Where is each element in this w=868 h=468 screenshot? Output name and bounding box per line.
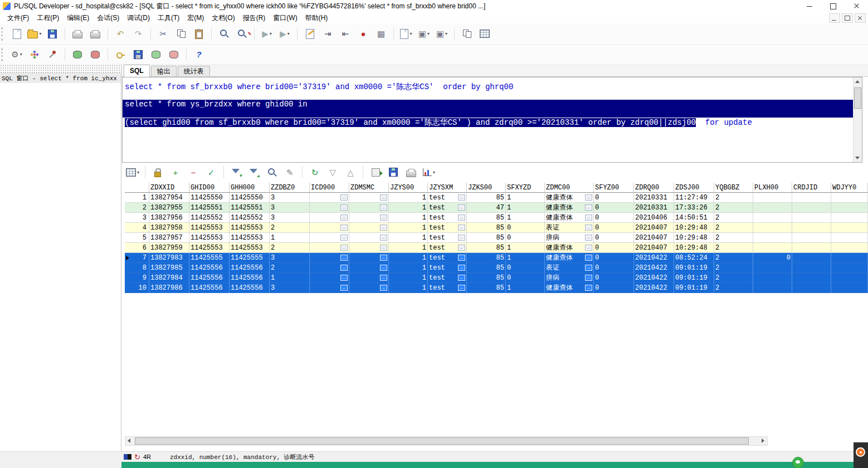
cell-WDJYY0[interactable] xyxy=(831,283,868,293)
memo-ellipsis-button[interactable]: … xyxy=(585,245,592,251)
menu-item-reports[interactable]: 报告(R) xyxy=(239,13,270,23)
row-number-cell[interactable]: 4 xyxy=(125,223,149,233)
cell-ZZDBZ0[interactable]: 3 xyxy=(270,253,310,263)
memo-ellipsis-button[interactable]: … xyxy=(458,194,465,201)
save-results-button[interactable] xyxy=(386,164,401,180)
dropdown-arrow-icon[interactable]: ▾ xyxy=(409,31,412,36)
toolbar-grip-2[interactable] xyxy=(1,48,4,61)
dropdown-arrow-icon[interactable]: ▾ xyxy=(39,31,41,36)
cell-JZYS00[interactable]: 1 xyxy=(389,243,428,253)
cell-JZYSXM[interactable]: test… xyxy=(428,233,467,243)
cell-PLXH00[interactable] xyxy=(753,223,792,233)
dropdown-arrow-icon[interactable]: ▾ xyxy=(270,31,272,36)
column-header-YQBGBZ[interactable]: YQBGBZ xyxy=(714,183,753,193)
cell-ZDXXID[interactable]: 13827959 xyxy=(149,243,189,253)
maximize-button[interactable] xyxy=(821,0,845,12)
cell-ZDMSMC[interactable]: … xyxy=(349,263,389,273)
cell-PLXH00[interactable] xyxy=(753,233,792,243)
sort-filter-asc-button[interactable] xyxy=(228,164,244,180)
cell-WDJYY0[interactable] xyxy=(831,193,868,203)
memo-ellipsis-button[interactable]: … xyxy=(340,214,348,221)
cell-ZDMSMC[interactable]: … xyxy=(349,233,389,243)
cell-YQBGBZ[interactable]: 2 xyxy=(714,203,753,213)
cell-SFXYZD[interactable]: 0 xyxy=(506,273,545,283)
cell-JZKS00[interactable]: 85 xyxy=(467,263,506,273)
memo-ellipsis-button[interactable]: … xyxy=(380,245,387,251)
cell-GHID00[interactable]: 11425553 xyxy=(189,233,230,243)
memo-ellipsis-button[interactable]: … xyxy=(458,214,465,221)
copy-special-button[interactable] xyxy=(459,26,475,42)
tools-menu-button[interactable]: ⚙▾ xyxy=(9,47,25,62)
export-results-button[interactable] xyxy=(368,164,383,180)
cell-WDJYY0[interactable] xyxy=(831,203,868,213)
cell-ZDXXID[interactable]: 13827983 xyxy=(149,253,189,263)
fetch-next-page-button[interactable]: ▽ xyxy=(325,164,340,180)
column-header-ZZDBZ0[interactable]: ZZDBZ0 xyxy=(270,183,310,193)
column-header-ZDXXID[interactable]: ZDXXID xyxy=(149,183,189,193)
cell-CRDJID[interactable] xyxy=(792,223,831,233)
cell-ZDMC00[interactable]: 痹病… xyxy=(545,233,594,243)
execute-button[interactable]: ▶▾ xyxy=(259,26,275,42)
cell-ZDMSMC[interactable]: … xyxy=(349,193,389,203)
cell-JZYS00[interactable]: 1 xyxy=(389,213,428,223)
cell-WDJYY0[interactable] xyxy=(831,263,868,273)
cell-ZDMC00[interactable]: 健康查体… xyxy=(545,283,594,293)
dropdown-arrow-icon[interactable]: ▾ xyxy=(287,31,290,36)
cell-GHH000[interactable]: 11425552 xyxy=(230,213,270,223)
cell-JZKS00[interactable]: 85 xyxy=(467,283,506,293)
cell-ZDRQ00[interactable]: 20210331 xyxy=(634,203,674,213)
cell-WDJYY0[interactable] xyxy=(831,273,868,283)
table-row[interactable]: 61382795911425553114255532……1test…851健康查… xyxy=(125,243,868,253)
print-preview-button[interactable] xyxy=(87,26,103,42)
row-number-cell[interactable]: 1 xyxy=(125,193,149,203)
memo-ellipsis-button[interactable]: … xyxy=(458,204,465,211)
cell-SFYZ00[interactable]: 0 xyxy=(594,243,634,253)
memo-ellipsis-button[interactable]: … xyxy=(340,204,348,211)
new-window-button[interactable]: ▾ xyxy=(398,26,414,42)
cell-ZDRQ00[interactable]: 20210407 xyxy=(634,233,674,243)
cell-GHH000[interactable]: 11425553 xyxy=(230,233,270,243)
cell-JZYS00[interactable]: 1 xyxy=(389,253,428,263)
cell-JZKS00[interactable]: 85 xyxy=(467,223,506,233)
cell-WDJYY0[interactable] xyxy=(831,253,868,263)
cell-JZKS00[interactable]: 85 xyxy=(467,273,506,283)
menu-item-tools[interactable]: 工具(T) xyxy=(154,13,183,23)
cell-YQBGBZ[interactable]: 2 xyxy=(714,283,753,293)
memo-ellipsis-button[interactable]: … xyxy=(380,285,387,291)
cell-ZDMC00[interactable]: 表证… xyxy=(545,263,594,273)
row-number-cell[interactable]: 6 xyxy=(125,243,149,253)
cell-ZDMSMC[interactable]: … xyxy=(349,283,389,293)
cell-ZDSJ00[interactable]: 08:52:24 xyxy=(674,253,714,263)
cell-JZKS00[interactable]: 85 xyxy=(467,233,506,243)
row-number-cell[interactable]: 2 xyxy=(125,203,149,213)
cell-ZDMSMC[interactable]: … xyxy=(349,203,389,213)
cell-JZYSXM[interactable]: test… xyxy=(428,203,467,213)
cell-SFXYZD[interactable]: 1 xyxy=(506,213,545,223)
edit-data-button[interactable] xyxy=(302,26,318,42)
column-header-GHH000[interactable]: GHH000 xyxy=(230,183,270,193)
memo-ellipsis-button[interactable]: … xyxy=(585,285,592,291)
editor-vertical-scrollbar[interactable] xyxy=(853,77,862,162)
mdi-close-button[interactable] xyxy=(855,13,866,23)
menu-item-help[interactable]: 帮助(H) xyxy=(301,13,332,23)
dropdown-arrow-icon[interactable]: ▾ xyxy=(427,31,430,36)
cell-JZYS00[interactable]: 1 xyxy=(389,263,428,273)
cell-ZDSJ00[interactable]: 09:01:19 xyxy=(674,273,714,283)
cell-GHID00[interactable]: 11425551 xyxy=(189,203,230,213)
cell-ZZDBZ0[interactable]: 3 xyxy=(270,193,310,203)
cell-ZDMC00[interactable]: 痹病… xyxy=(545,273,594,283)
find-button[interactable] xyxy=(216,26,232,42)
session-info-button[interactable] xyxy=(113,47,128,62)
cell-JZYSXM[interactable]: test… xyxy=(428,263,467,273)
cell-ZDSJ00[interactable]: 17:33:26 xyxy=(674,203,714,213)
cell-SFXYZD[interactable]: 1 xyxy=(506,193,545,203)
execute-window-button[interactable]: ▶▾ xyxy=(277,26,292,42)
background-app-icon[interactable] xyxy=(792,457,804,468)
column-header-SFYZ00[interactable]: SFYZ00 xyxy=(594,183,634,193)
menu-item-debug[interactable]: 调试(D) xyxy=(123,13,154,23)
cell-SFYZ00[interactable]: 0 xyxy=(594,233,634,243)
cell-SFYZ00[interactable]: 0 xyxy=(594,253,634,263)
column-header-JZYSXM[interactable]: JZYSXM xyxy=(428,183,467,193)
cell-GHID00[interactable]: 11425552 xyxy=(189,213,230,223)
memo-ellipsis-button[interactable]: … xyxy=(458,225,465,231)
